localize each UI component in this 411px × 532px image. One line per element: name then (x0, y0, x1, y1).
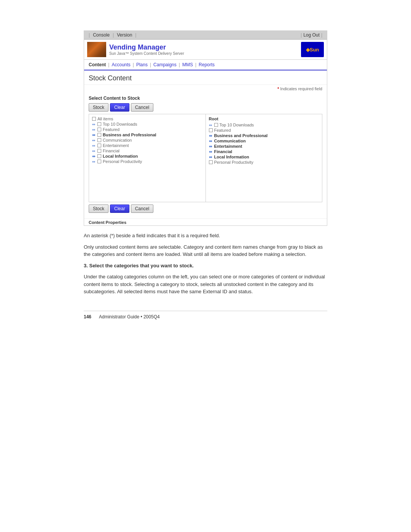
checkbox-financial[interactable] (97, 149, 101, 153)
right-checkbox-top10[interactable] (214, 123, 218, 127)
nav-sep-2: | (133, 62, 134, 67)
checkbox-local[interactable] (97, 154, 101, 158)
right-tree-item-communication: ⇔ Communication (209, 139, 319, 143)
required-note-text: Indicates required field (280, 86, 322, 91)
page-footer: 146 Administrator Guide • 2005Q4 (84, 311, 327, 320)
right-label-top10: Top 10 Downloads (220, 123, 254, 127)
left-tree-panel: All items ⇔ Top 10 Downloads ⇔ Featured (89, 114, 206, 202)
right-expand-local[interactable]: ⇔ (209, 155, 213, 159)
checkbox-all[interactable] (92, 117, 96, 121)
logout-link[interactable]: Log Out (303, 32, 320, 38)
tree-item-local: ⇔ Local Information (92, 154, 202, 158)
tree-item-all: All items (92, 117, 202, 121)
right-tree-item-financial: ⇔ Financial (209, 149, 319, 154)
page-title: Stock Content (89, 74, 322, 82)
right-tree-item-business: ⇔ Business and Professional (209, 133, 319, 138)
main-nav: Content | Accounts | Plans | Campaigns |… (84, 60, 327, 70)
expand-financial[interactable]: ⇔ (92, 149, 97, 153)
checkbox-entertainment[interactable] (97, 144, 101, 147)
checkbox-featured[interactable] (97, 128, 101, 131)
expand-top10[interactable]: ⇔ (92, 122, 97, 126)
nav-sep-1: | (108, 62, 109, 67)
footer-text: Administrator Guide • 2005Q4 (99, 314, 160, 320)
expand-business[interactable]: ⇔ (92, 133, 97, 137)
label-top10: Top 10 Downloads (103, 122, 137, 126)
nav-sep-4: | (179, 62, 180, 67)
right-expand-communication[interactable]: ⇔ (209, 139, 213, 143)
nav-separator-mid: | (113, 32, 114, 38)
section-title: Select Content to Stock (89, 96, 322, 101)
nav-item-plans[interactable]: Plans (135, 61, 149, 68)
numbered-item-num: 3. (84, 263, 88, 268)
nav-sep-3: | (150, 62, 151, 67)
label-featured: Featured (103, 127, 119, 132)
stock-button-bottom[interactable]: Stock (89, 204, 108, 213)
branding-text: Vending Manager Sun Java™ System Content… (109, 43, 184, 56)
expand-communication[interactable]: ⇔ (92, 138, 97, 142)
right-checkbox-featured[interactable] (209, 128, 213, 132)
nav-item-accounts[interactable]: Accounts (110, 61, 132, 68)
nav-item-reports[interactable]: Reports (197, 61, 216, 68)
nav-item-campaigns[interactable]: Campaigns (152, 61, 178, 68)
app-subtitle: Sun Java™ System Content Delivery Server (109, 51, 184, 56)
version-link[interactable]: Version (117, 32, 132, 38)
required-note: * Indicates required field (84, 85, 327, 93)
tree-item-financial: ⇔ Financial (92, 149, 202, 153)
checkbox-personal[interactable] (97, 160, 101, 163)
label-personal: Personal Productivity (103, 159, 142, 164)
label-local: Local Information (103, 154, 138, 158)
nav-separator-logout-left: | (301, 32, 302, 38)
expand-local[interactable]: ⇔ (92, 154, 97, 158)
expand-featured[interactable]: ⇔ (92, 128, 97, 132)
right-label-local: Local Information (214, 155, 249, 159)
numbered-item-3: 3. Select the categories that you want t… (84, 262, 327, 270)
right-tree-item-personal: Personal Productivity (209, 160, 319, 165)
checkbox-top10[interactable] (97, 122, 101, 126)
nav-separator-left: | (89, 32, 90, 38)
right-expand-business[interactable]: ⇔ (209, 134, 213, 138)
checkbox-business[interactable] (97, 133, 101, 137)
content-properties-label: Content Properties (84, 218, 327, 225)
right-expand-top10[interactable]: ⇔ (209, 123, 213, 127)
nav-sep-5: | (195, 62, 196, 67)
right-label-featured: Featured (214, 128, 231, 133)
right-expand-entertainment[interactable]: ⇔ (209, 144, 213, 149)
checkbox-communication[interactable] (97, 138, 101, 142)
cancel-button-bottom[interactable]: Cancel (131, 204, 153, 213)
expand-personal[interactable]: ⇔ (92, 160, 97, 164)
tree-item-entertainment: ⇔ Entertainment (92, 143, 202, 148)
right-label-entertainment: Entertainment (214, 144, 242, 149)
nav-item-mms[interactable]: MMS (181, 61, 194, 68)
page-title-bar: Stock Content (84, 70, 327, 85)
nav-separator-right: | (135, 32, 136, 38)
bottom-button-row: Stock Clear Cancel (89, 204, 322, 213)
right-tree-item-entertainment: ⇔ Entertainment (209, 144, 319, 149)
clear-button-bottom[interactable]: Clear (110, 204, 129, 213)
section-select-content: Select Content to Stock Stock Clear Canc… (84, 93, 327, 218)
required-star: * (277, 86, 279, 91)
footer-page-num: 146 (84, 314, 91, 320)
label-entertainment: Entertainment (103, 143, 129, 148)
right-tree-panel: Root ⇔ Top 10 Downloads Featured ⇔ (206, 114, 322, 202)
cancel-button-top[interactable]: Cancel (131, 103, 153, 112)
right-tree-item-featured: Featured (209, 128, 319, 133)
stock-button-top[interactable]: Stock (89, 103, 108, 112)
sun-logo-text: Sun (310, 47, 319, 53)
body-para-1: An asterisk (*) beside a field indicates… (84, 232, 327, 240)
right-expand-financial[interactable]: ⇔ (209, 150, 213, 154)
below-app-text: An asterisk (*) beside a field indicates… (84, 232, 327, 296)
body-para-2: Only unstocked content items are selecta… (84, 243, 327, 258)
right-checkbox-personal[interactable] (209, 160, 213, 164)
right-label-financial: Financial (214, 149, 233, 154)
sun-logo: ◆ Sun (301, 42, 324, 57)
branding-image (87, 42, 106, 57)
clear-button-top[interactable]: Clear (110, 103, 129, 112)
nav-item-content[interactable]: Content (87, 61, 107, 68)
right-tree-item-local: ⇔ Local Information (209, 155, 319, 159)
label-communication: Communication (103, 138, 132, 142)
expand-entertainment[interactable]: ⇔ (92, 144, 97, 148)
branding-bar: Vending Manager Sun Java™ System Content… (84, 40, 327, 60)
tree-item-communication: ⇔ Communication (92, 138, 202, 142)
console-link[interactable]: Console (93, 32, 110, 38)
nav-separator-logout-right: | (321, 32, 322, 38)
